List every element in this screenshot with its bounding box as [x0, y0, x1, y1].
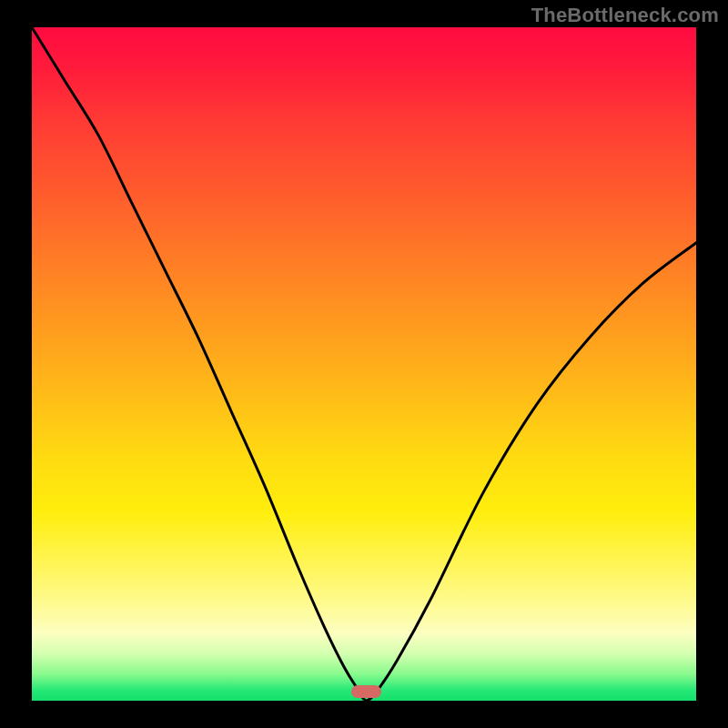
- optimal-point-marker: [351, 685, 381, 698]
- bottleneck-curve: [32, 27, 696, 701]
- watermark-text: TheBottleneck.com: [531, 4, 719, 27]
- chart-container: TheBottleneck.com: [0, 0, 728, 728]
- plot-area: [32, 27, 696, 701]
